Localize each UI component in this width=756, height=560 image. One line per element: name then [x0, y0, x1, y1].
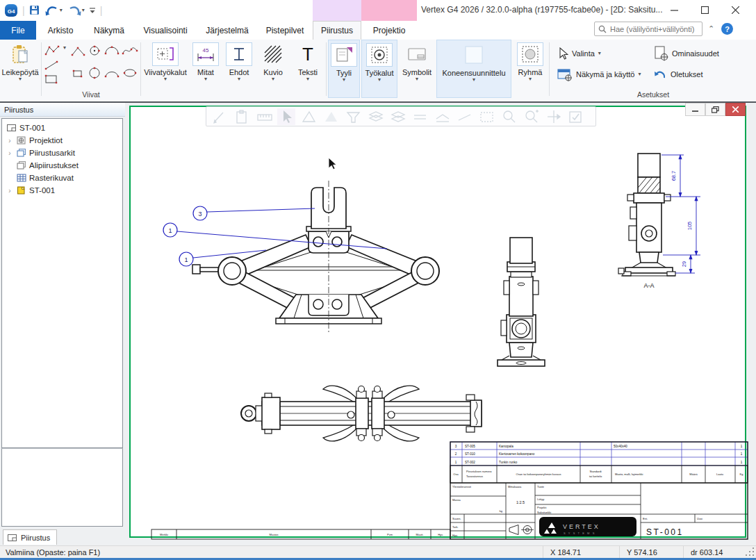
view-and-usage-button[interactable]: Näkymä ja käyttö ▾ — [557, 66, 641, 83]
window-minimize-button[interactable] — [659, 0, 689, 19]
front-view[interactable] — [192, 181, 439, 333]
chevron-down-icon[interactable]: ▾ — [63, 45, 66, 51]
tab-visualisointi[interactable]: Visualisointi — [133, 21, 197, 40]
drawing-sheet-icon — [6, 124, 17, 132]
balloon-1b[interactable]: 1 — [184, 256, 188, 263]
ribbon: Leikepöytä ▾ ▾ Viivat Viivatyökalut ▾ 45… — [0, 40, 756, 103]
balloon-1a[interactable]: 1 — [168, 227, 172, 234]
section-dimensions[interactable]: 68.7 105 29 — [662, 155, 700, 273]
drawing-tree[interactable]: ST-001 › Projektiot › Piirustusarkit Ali… — [1, 118, 123, 448]
svg-text:Laatu: Laatu — [716, 472, 723, 476]
search-input[interactable] — [610, 25, 697, 33]
ribbon-button-tyokalut[interactable]: Työkalut ▾ — [361, 40, 397, 98]
faint-lines-icon — [414, 115, 426, 119]
symbols-icon — [404, 42, 430, 66]
section-view[interactable]: A-A — [618, 154, 675, 289]
ribbon-button-ryhma[interactable]: Ryhmä ▾ — [513, 40, 548, 98]
customize-quick-access-button[interactable] — [89, 3, 96, 18]
tab-file[interactable]: File — [0, 21, 36, 40]
drawing-sheets-icon — [16, 149, 26, 157]
chevron-down-icon[interactable]: ▾ — [82, 8, 85, 13]
ribbon-button-tyyli[interactable]: Tyyli ▾ — [328, 40, 360, 98]
arc-3point-tool-icon[interactable] — [104, 44, 122, 58]
ribbon-button-teksti[interactable]: T Teksti ▾ — [291, 40, 324, 98]
resize-grip[interactable] — [746, 547, 755, 557]
parts-list: 3 ST-005 Kantopala 50x40x40 1 2 ST-010 K… — [455, 445, 743, 464]
ribbon-group-viivat: ▾ Viivat — [42, 40, 140, 101]
filled-rectangle-tool-icon[interactable] — [70, 67, 87, 80]
save-button[interactable] — [29, 3, 40, 18]
expand-chevron-icon[interactable]: › — [6, 149, 13, 157]
chevron-down-icon: ▾ — [416, 76, 418, 82]
ribbon-button-kuvio[interactable]: Kuvio ▾ — [256, 40, 290, 98]
tab-pistepilvet[interactable]: Pistepilvet — [257, 21, 313, 40]
expand-chevron-icon[interactable]: › — [6, 137, 13, 145]
dimension-105[interactable]: 105 — [687, 222, 693, 231]
tab-arkisto[interactable]: Arkisto — [36, 21, 85, 40]
ellipse-tool-icon[interactable] — [122, 66, 140, 80]
arc-tool-icon[interactable] — [104, 66, 122, 80]
mdi-minimize-button[interactable] — [685, 103, 705, 116]
search-input-wrap[interactable] — [594, 22, 702, 36]
properties-button[interactable]: Ominaisuudet — [653, 45, 719, 62]
hatch-pattern-icon — [260, 42, 286, 66]
top-view[interactable] — [241, 386, 482, 441]
tree-item-projektiot[interactable]: › Projektiot — [2, 134, 122, 147]
ribbon-button-symbolit[interactable]: Symbolit ▾ — [399, 40, 435, 98]
tree-item-piirustusarkit[interactable]: › Piirustusarkit — [2, 147, 122, 159]
app-logo-icon[interactable]: G4 — [4, 3, 18, 18]
circle-tool-icon[interactable] — [87, 66, 104, 80]
mdi-close-button[interactable] — [725, 103, 746, 116]
tree-item-st001-root[interactable]: ST-001 — [2, 122, 122, 134]
tree-item-st001-model[interactable]: › ST-001 — [2, 184, 122, 197]
window-maximize-button[interactable] — [689, 0, 720, 19]
dimension-29[interactable]: 29 — [681, 261, 687, 267]
sidebar-bottom-tab-piirustus[interactable]: Piirustus — [3, 529, 57, 545]
tab-piirustus[interactable]: Piirustus — [313, 21, 361, 40]
tree-item-alipiirustukset[interactable]: Alipiirustukset — [2, 159, 122, 172]
tree-item-rasterikuvat[interactable]: Rasterikuvat — [2, 172, 122, 184]
redo-button[interactable]: ▾ — [67, 3, 85, 18]
dimension-68-7[interactable]: 68.7 — [671, 171, 677, 181]
window-close-button[interactable] — [720, 0, 750, 19]
select-button[interactable]: Valinta ▾ — [557, 45, 601, 62]
clipboard-button[interactable]: Leikepöytä ▾ — [1, 40, 40, 98]
separator: | — [22, 5, 25, 16]
balloon-3[interactable]: 3 — [198, 211, 202, 217]
ribbon-button-ehdot[interactable]: Ehdot ▾ — [223, 40, 255, 98]
svg-text:ST-005: ST-005 — [465, 445, 475, 448]
collapse-ribbon-button[interactable]: ⌃ — [708, 24, 714, 33]
svg-text:ST-002: ST-002 — [465, 461, 475, 464]
faint-clipboard-icon — [237, 110, 246, 123]
floating-toolbar[interactable] — [206, 106, 596, 126]
chevron-down-icon: ▾ — [306, 76, 309, 82]
faint-dashed-rect-icon — [481, 113, 493, 122]
ribbon-button-mitat[interactable]: 45 Mitat ▾ — [190, 40, 222, 98]
ribbon-button-koneensuunnittelu[interactable]: Koneensuunnittelu ▾ — [436, 40, 511, 98]
circle-center-tool-icon[interactable] — [87, 44, 104, 58]
tab-nakyma[interactable]: Näkymä — [85, 21, 133, 40]
application-window: { "titlebar": { "app_logo": "G4", "title… — [0, 0, 756, 560]
cursor-icon — [557, 47, 568, 60]
svg-text:Kantopala: Kantopala — [499, 445, 513, 448]
side-view[interactable] — [498, 238, 545, 366]
tab-projektio[interactable]: Projektio — [361, 21, 417, 40]
rectangle-tool-icon[interactable] — [44, 73, 60, 85]
tab-jarjestelma[interactable]: Järjestelmä — [197, 21, 257, 40]
ribbon-button-viivatyokalut[interactable]: Viivatyökalut ▾ — [142, 40, 188, 98]
help-button[interactable]: ? — [721, 23, 733, 35]
chevron-down-icon[interactable]: ▾ — [60, 8, 63, 13]
quick-access-toolbar: G4 | ▾ ▾ | — [4, 2, 102, 19]
drawing-number: ST-001 — [646, 527, 684, 537]
expand-chevron-icon[interactable]: › — [6, 187, 13, 195]
angle-line-tool-icon[interactable] — [70, 45, 87, 58]
undo-button[interactable]: ▾ — [44, 3, 63, 18]
polyline-tool-icon[interactable] — [44, 44, 62, 58]
faint-triangle-icon — [303, 112, 315, 122]
defaults-button[interactable]: Oletukset — [653, 66, 702, 83]
spline-tool-icon[interactable] — [122, 44, 140, 58]
faint-cursor-icon — [277, 108, 295, 125]
section-label: A-A — [643, 282, 654, 289]
mdi-restore-button[interactable] — [705, 103, 725, 116]
line-tool-icon[interactable] — [44, 59, 60, 72]
